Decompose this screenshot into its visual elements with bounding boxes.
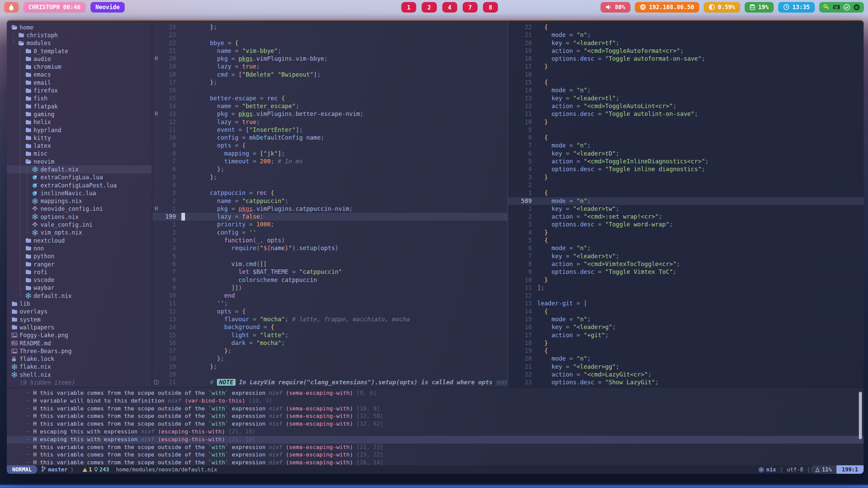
code-line[interactable]: 16 key = "<leader>g"; — [508, 323, 864, 331]
diagnostic-row[interactable]: ─ H this variable comes from the scope o… — [26, 451, 864, 459]
tree-item-lib[interactable]: lib — [7, 300, 152, 307]
code-line[interactable]: 7 mode = "n"; — [508, 142, 864, 149]
keyboard-icon[interactable] — [833, 4, 840, 10]
code-line[interactable]: 9 options.desc = "Toggle Vimtex ToC"; — [508, 268, 864, 276]
code-line[interactable]: 21 name = "vim-bbye"; — [152, 47, 507, 55]
diagnostic-row[interactable]: ─ H escaping this with expression nixf (… — [26, 428, 864, 436]
workspace-8[interactable]: 8 — [483, 2, 498, 13]
code-line[interactable]: 4 } — [508, 229, 864, 237]
diagnostic-row[interactable]: ─ H this variable comes from the scope o… — [26, 405, 864, 413]
code-line[interactable]: 14 { — [508, 308, 864, 316]
code-line[interactable]: 589 mode = "n"; — [508, 197, 864, 205]
memory-pill[interactable]: 19% — [745, 2, 774, 13]
clock-pill[interactable]: 13:35 — [778, 2, 815, 13]
code-line[interactable]: 14 mode = "n"; — [508, 86, 864, 94]
launcher-button[interactable] — [4, 2, 19, 13]
code-line[interactable]: 19 lazy = true; — [152, 63, 507, 70]
code-line[interactable]: 22 { — [508, 23, 864, 31]
diagnostic-row[interactable]: ─ H this variable comes from the scope o… — [26, 412, 864, 420]
code-line[interactable]: 15 better-escape = rec { — [152, 95, 507, 102]
tree-item-flatpak[interactable]: │ flatpak — [7, 102, 152, 110]
code-line[interactable]: 17 action = "+git"; — [508, 331, 864, 339]
tree-item-misc[interactable]: │ misc — [7, 150, 152, 158]
code-line[interactable]: 13leader-git = [ — [508, 300, 864, 307]
code-line[interactable]: 21 key = "<leader>gg"; — [508, 363, 864, 371]
tree-item-modules[interactable]: └ modules — [7, 39, 152, 47]
code-line[interactable]: 17 } — [508, 63, 864, 70]
code-line[interactable]: 19 action = "<cmd>ToggleAutoformat<cr>"; — [508, 47, 864, 55]
diagnostic-row[interactable]: ─ H this variable comes from the scope o… — [26, 389, 864, 397]
tree-item-kitty[interactable]: │ kitty — [7, 134, 152, 142]
code-line[interactable]: 2 — [508, 181, 864, 189]
code-line[interactable]: 1 key = "<leader>tw"; — [508, 205, 864, 213]
code-line[interactable]: 6 vim.cmd([[ — [152, 260, 507, 268]
code-line[interactable]: 20 mode = "n"; — [508, 355, 864, 363]
tree-item-hyprland[interactable]: │ hyprland — [7, 126, 152, 134]
code-line[interactable]: 3 options.desc = "Toggle word-wrap"; — [508, 221, 864, 228]
tree-item-firefox[interactable]: │ firefox — [7, 86, 152, 94]
tree-item-overlays[interactable]: overlays — [7, 308, 152, 316]
code-line[interactable]: 6 }; — [152, 165, 507, 173]
code-line[interactable]: 4 — [152, 181, 507, 189]
file-path[interactable]: home/modules/neovim/default.nix — [113, 466, 217, 473]
network-pill[interactable]: 192.168.86.50 — [635, 2, 699, 13]
key-icon[interactable] — [823, 4, 829, 10]
code-line[interactable]: 5 }; — [152, 174, 507, 181]
tree-item-default.nix[interactable]: │ │ default.nix — [7, 165, 152, 173]
tree-item-flake.nix[interactable]: flake.nix — [7, 363, 152, 371]
tree-item-inclinenavic.lua[interactable]: │ │ inclineNavic.lua — [7, 189, 152, 197]
tree-item-rofi[interactable]: │ rofi — [7, 268, 152, 276]
code-line[interactable]: 1 { — [508, 189, 864, 197]
code-line[interactable]: 5 { — [508, 237, 864, 244]
code-line[interactable]: 15 { — [508, 79, 864, 86]
code-line[interactable]: 11 options.desc = "Toggle autolint-on-sa… — [508, 110, 864, 118]
tree-item-shell.nix[interactable]: shell.nix — [7, 371, 152, 379]
code-line[interactable]: 12 — [508, 292, 864, 300]
tree-item-emacs[interactable]: │ emacs — [7, 71, 152, 79]
code-line[interactable]: 2 config = '' — [152, 229, 507, 237]
code-line[interactable]: 10 } — [508, 118, 864, 126]
code-line[interactable]: 9 ]]) — [152, 284, 507, 292]
diagnostic-row[interactable]: ─ H this variable comes from the scope o… — [26, 459, 864, 465]
tree-item-0-template[interactable]: │ 0_template — [7, 47, 152, 55]
code-line[interactable]: 4 require("${name}").setup(opts) — [152, 244, 507, 252]
diagnostic-row[interactable]: ─ H this variable comes from the scope o… — [26, 420, 864, 428]
git-segment[interactable]: master ) — [37, 465, 78, 474]
code-line[interactable]: 11 ''; — [152, 300, 507, 307]
cpu-load-pill[interactable]: 0.59% — [704, 2, 740, 13]
code-line[interactable]: 14 background = { — [152, 323, 507, 331]
tree-item-system[interactable]: system — [7, 316, 152, 323]
code-line[interactable]: 19 }; — [152, 363, 507, 371]
tree-item-nextcloud[interactable]: │ nextcloud — [7, 237, 152, 244]
tree-item-waybar[interactable]: │ waybar — [7, 284, 152, 292]
tree-item-mappings.nix[interactable]: │ │ mappings.nix — [7, 197, 152, 205]
code-line[interactable]: 2 action = "<cmd>:set wrap!<cr>"; — [508, 213, 864, 221]
tree-item-vscode[interactable]: │ vscode — [7, 276, 152, 284]
code-line[interactable]: 5 — [152, 252, 507, 260]
workspace-1[interactable]: 1 — [401, 2, 416, 13]
code-line[interactable]: 13 key = "<leader>tl"; — [508, 95, 864, 102]
diagnostic-row[interactable]: ─ H variable will bind to this definitio… — [26, 397, 864, 405]
tree-item-options.nix[interactable]: │ │ options.nix — [7, 213, 152, 221]
code-line[interactable]: 8 colorscheme catppuccin — [152, 276, 507, 284]
tree-item-flake.lock[interactable]: flake.lock — [7, 355, 152, 363]
code-line[interactable]: 18 }; — [152, 355, 507, 363]
active-app-pill[interactable]: Neovide — [90, 2, 125, 13]
diagnostic-row[interactable]: ─ H this variable comes from the scope o… — [26, 444, 864, 451]
code-line[interactable]: 17 }; — [152, 347, 507, 355]
tree-item-fish[interactable]: │ fish — [7, 95, 152, 102]
code-line[interactable]: 8 { — [508, 134, 864, 142]
tree-item-vale-config.ini[interactable]: │ │ vale_config.ini — [7, 221, 152, 228]
code-line[interactable]: 16 dark = "mocha"; — [152, 339, 507, 347]
tree-item-christoph[interactable]: │ christoph — [7, 31, 152, 39]
code-line[interactable]: 16 — [152, 86, 507, 94]
tree-item-default.nix[interactable]: └ default.nix — [7, 292, 152, 300]
check-icon[interactable] — [844, 4, 850, 11]
diagnostics-segment[interactable]: 1 243 — [78, 465, 114, 474]
code-line[interactable]: 23 — [152, 31, 507, 39]
tree-item-vim-opts.nix[interactable]: │ └ vim_opts.nix — [7, 229, 152, 237]
code-line[interactable]: 7 timeout = 200; # In ms — [152, 158, 507, 165]
code-line[interactable]: 17 }; — [152, 79, 507, 86]
code-line[interactable]: 10 } — [508, 276, 864, 284]
code-line[interactable]: 24 }; — [152, 23, 507, 31]
